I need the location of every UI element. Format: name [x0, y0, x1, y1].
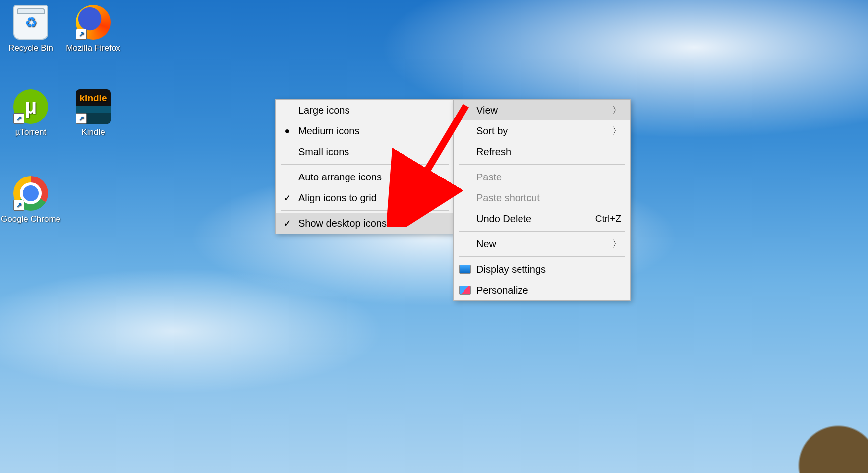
- menu-item-undo-delete[interactable]: Undo Delete Ctrl+Z: [454, 208, 630, 229]
- menu-item-refresh[interactable]: Refresh: [454, 141, 630, 162]
- desktop-icon-utorrent[interactable]: µ ↗ µTorrent: [1, 89, 60, 137]
- desktop-icon-chrome[interactable]: ↗ Google Chrome: [1, 176, 60, 224]
- shortcut-overlay-icon: ↗: [76, 113, 87, 124]
- menu-separator: [281, 210, 449, 211]
- desktop-icon-firefox[interactable]: ↗ Mozilla Firefox: [63, 5, 123, 53]
- menu-item-large-icons[interactable]: Large icons: [276, 100, 454, 120]
- menu-separator: [459, 256, 625, 257]
- kindle-icon: kindle ↗: [76, 89, 111, 124]
- menu-item-new[interactable]: New 〉: [454, 234, 630, 254]
- view-submenu: Large icons ● Medium icons Small icons A…: [275, 99, 454, 234]
- chevron-right-icon: 〉: [591, 104, 621, 116]
- desktop-icon-recycle-bin[interactable]: ♻ Recycle Bin: [1, 5, 60, 53]
- wallpaper-rock: [769, 399, 868, 473]
- utorrent-icon: µ ↗: [13, 89, 48, 124]
- chevron-right-icon: 〉: [591, 238, 621, 250]
- checkmark-icon: ✓: [276, 192, 298, 204]
- menu-item-auto-arrange[interactable]: Auto arrange icons: [276, 167, 454, 187]
- desktop-icon-label: µTorrent: [1, 127, 60, 137]
- desktop-icon-label: Google Chrome: [1, 214, 60, 224]
- display-settings-icon: [459, 265, 471, 274]
- menu-separator: [459, 164, 625, 165]
- desktop-icon-label: Recycle Bin: [1, 43, 60, 53]
- menu-item-sort-by[interactable]: Sort by 〉: [454, 120, 630, 141]
- radio-selected-icon: ●: [276, 126, 298, 136]
- menu-separator: [459, 231, 625, 232]
- menu-item-align-to-grid[interactable]: ✓ Align icons to grid: [276, 187, 454, 208]
- shortcut-overlay-icon: ↗: [13, 113, 24, 124]
- personalize-icon: [459, 286, 471, 295]
- recycle-bin-icon: ♻: [13, 5, 48, 40]
- menu-item-show-desktop-icons[interactable]: ✓ Show desktop icons: [276, 213, 454, 234]
- menu-separator: [281, 164, 449, 165]
- menu-item-small-icons[interactable]: Small icons: [276, 141, 454, 162]
- menu-item-paste-shortcut: Paste shortcut: [454, 187, 630, 208]
- shortcut-overlay-icon: ↗: [13, 200, 24, 211]
- desktop-icon-label: Mozilla Firefox: [63, 43, 123, 53]
- menu-item-view[interactable]: View 〉: [454, 100, 630, 120]
- menu-item-personalize[interactable]: Personalize: [454, 280, 630, 300]
- desktop-icon-kindle[interactable]: kindle ↗ Kindle: [63, 89, 123, 137]
- chevron-right-icon: 〉: [591, 125, 621, 137]
- menu-item-medium-icons[interactable]: ● Medium icons: [276, 120, 454, 141]
- menu-item-paste: Paste: [454, 167, 630, 187]
- firefox-icon: ↗: [76, 5, 111, 40]
- desktop[interactable]: ♻ Recycle Bin ↗ Mozilla Firefox µ ↗ µTor…: [0, 0, 868, 473]
- desktop-icon-label: Kindle: [63, 127, 123, 137]
- keyboard-shortcut: Ctrl+Z: [577, 213, 621, 224]
- chrome-icon: ↗: [13, 176, 48, 211]
- shortcut-overlay-icon: ↗: [76, 29, 87, 40]
- desktop-context-menu: View 〉 Sort by 〉 Refresh Paste Paste sho…: [453, 99, 631, 301]
- menu-item-display-settings[interactable]: Display settings: [454, 259, 630, 280]
- checkmark-icon: ✓: [276, 217, 298, 229]
